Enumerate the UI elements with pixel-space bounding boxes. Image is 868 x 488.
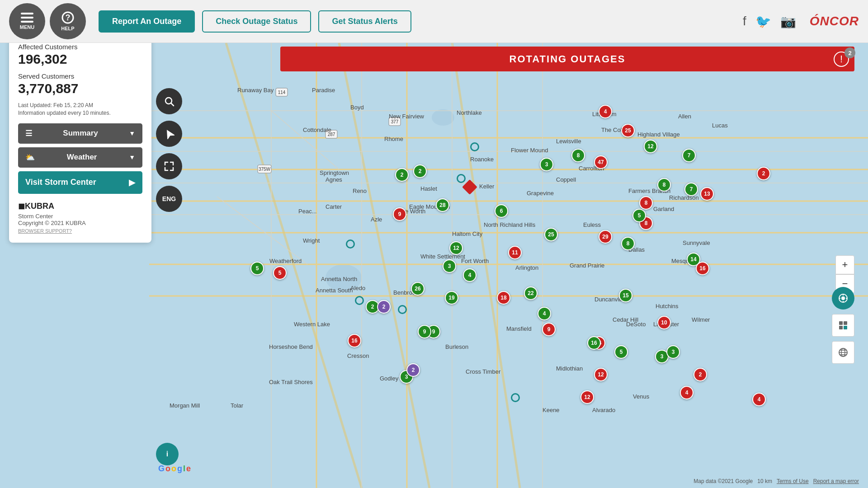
map-view-button[interactable]	[832, 314, 854, 337]
map-marker[interactable]: 15	[619, 289, 632, 302]
twitter-icon[interactable]: 🐦	[755, 14, 771, 29]
help-button[interactable]: ? HELP	[50, 3, 86, 39]
map-marker[interactable]: 5	[273, 266, 287, 280]
map-marker[interactable]: 2	[757, 167, 770, 180]
map-marker[interactable]: 9	[542, 323, 556, 336]
map-marker[interactable]: 12	[594, 368, 608, 381]
map-label: Aledo	[350, 285, 365, 291]
map-marker[interactable]: 22	[524, 286, 538, 300]
report-map-error[interactable]: Report a map error	[813, 478, 859, 484]
svg-rect-1	[21, 17, 33, 19]
map-marker-teal[interactable]	[457, 174, 466, 183]
map-marker[interactable]: 4	[599, 105, 612, 118]
map-marker[interactable]: 16	[348, 334, 361, 347]
header: MENU ? HELP Report An Outage Check Outag…	[0, 0, 868, 43]
instagram-icon[interactable]: 📷	[780, 14, 796, 29]
map-marker[interactable]: 5	[614, 345, 628, 359]
map-marker[interactable]: 3	[443, 259, 456, 273]
language-button[interactable]: ENG	[156, 186, 182, 212]
map-marker[interactable]: 5	[632, 209, 646, 222]
map-marker-teal[interactable]	[398, 305, 407, 314]
map-marker[interactable]: 25	[544, 228, 558, 241]
fullscreen-button[interactable]	[156, 153, 182, 179]
map-marker[interactable]: 13	[700, 187, 714, 201]
map-marker-teal[interactable]	[470, 142, 479, 151]
map-marker[interactable]: 6	[495, 204, 508, 218]
map-marker[interactable]: 2	[395, 168, 409, 182]
map-label: Morgan Mill	[170, 402, 200, 409]
map-marker[interactable]: 12	[580, 390, 594, 404]
svg-text:375W: 375W	[259, 167, 271, 172]
map-marker[interactable]: 25	[621, 124, 635, 137]
svg-line-18	[452, 43, 520, 488]
check-outage-button[interactable]: Check Outage Status	[202, 10, 311, 33]
map-marker[interactable]: 3	[540, 158, 553, 171]
facebook-icon[interactable]: f	[743, 14, 746, 29]
map-label: Annetta North	[321, 276, 357, 282]
menu-button[interactable]: MENU	[9, 3, 45, 39]
map-label: Garland	[653, 206, 674, 212]
map-label: Wright	[303, 237, 320, 244]
map-marker-diamond[interactable]	[462, 179, 477, 195]
browser-support-link[interactable]: BROWSER SUPPORT?	[18, 228, 142, 234]
map-marker[interactable]: 19	[445, 291, 458, 305]
summary-section-button[interactable]: ☰ Summary ▼	[18, 123, 142, 144]
map-marker[interactable]: 9	[393, 207, 406, 221]
banner-count: 2	[844, 47, 855, 58]
map-scale: 10 km	[757, 478, 772, 484]
globe-button[interactable]	[832, 341, 854, 364]
map-label: Reno	[353, 188, 367, 194]
map-marker[interactable]: 8	[571, 149, 585, 162]
map-marker[interactable]: 7	[682, 149, 696, 162]
svg-text:377: 377	[391, 119, 399, 124]
map-marker[interactable]: 3	[666, 345, 680, 359]
map-marker[interactable]: 28	[436, 198, 449, 212]
get-alerts-button[interactable]: Get Status Alerts	[318, 10, 411, 33]
map-marker[interactable]: 29	[599, 230, 612, 244]
visit-storm-center-button[interactable]: Visit Storm Center ▶	[18, 171, 142, 194]
map-marker[interactable]: 4	[680, 386, 693, 399]
map-marker[interactable]: 16	[696, 262, 709, 275]
map-label: Flower Mound	[511, 147, 548, 154]
locate-button[interactable]	[156, 121, 182, 147]
map-marker[interactable]: 10	[657, 316, 671, 329]
map-marker[interactable]: 2	[693, 368, 707, 381]
map-label: Wilmer	[692, 316, 710, 323]
search-map-button[interactable]	[156, 88, 182, 114]
google-logo: Google	[158, 464, 191, 474]
weather-label: Weather	[67, 153, 97, 162]
map-marker[interactable]: 18	[497, 291, 510, 305]
map-marker[interactable]: 4	[752, 393, 766, 406]
zoom-in-button[interactable]: +	[835, 255, 854, 274]
map-label: Roanoke	[470, 156, 494, 163]
weather-section-button[interactable]: ⛅ Weather ▼	[18, 147, 142, 168]
map-label: Allen	[678, 113, 691, 120]
map-marker[interactable]: 8	[621, 237, 635, 250]
map-marker[interactable]: 26	[411, 282, 425, 296]
served-customers-value: 3,770,887	[18, 81, 142, 96]
outage-layers-button[interactable]	[832, 287, 854, 310]
weather-icon: ⛅	[25, 153, 35, 162]
map-marker[interactable]: 5	[250, 262, 264, 275]
map-marker[interactable]: 8	[639, 196, 653, 210]
map-marker[interactable]: 4	[538, 307, 551, 320]
map-marker[interactable]: 12	[644, 140, 657, 153]
map-marker-teal[interactable]	[355, 296, 364, 305]
map-marker[interactable]: 47	[594, 155, 608, 169]
report-outage-button[interactable]: Report An Outage	[99, 10, 195, 33]
terms-of-use[interactable]: Terms of Use	[777, 478, 809, 484]
map-marker[interactable]: 7	[684, 183, 698, 196]
update-frequency: Information updated every 10 minutes.	[18, 110, 111, 116]
map-marker-teal[interactable]	[511, 393, 520, 402]
map-marker[interactable]: 4	[463, 268, 476, 282]
map-marker[interactable]: 11	[508, 246, 522, 259]
map-marker[interactable]: 16	[587, 336, 601, 350]
map-marker-teal[interactable]	[346, 239, 355, 249]
map-marker[interactable]: 2	[413, 164, 427, 178]
map-marker[interactable]: 12	[449, 241, 463, 255]
info-button[interactable]: i	[156, 443, 179, 465]
map-marker[interactable]: 9	[418, 325, 431, 338]
map-marker[interactable]: 2	[377, 300, 391, 314]
map-marker[interactable]: 8	[657, 178, 671, 192]
map-marker[interactable]: 2	[406, 363, 420, 377]
